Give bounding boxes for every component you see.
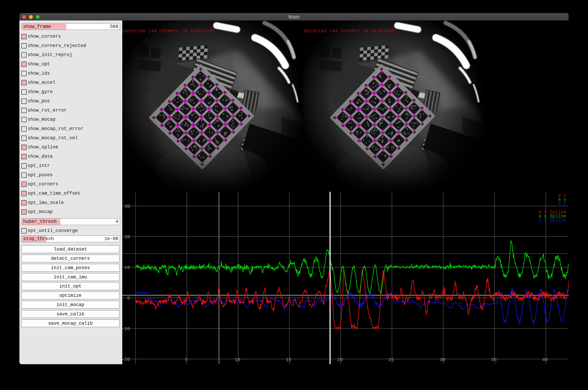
svg-text:5: 5 — [185, 357, 188, 362]
svg-text:15: 15 — [286, 357, 291, 362]
svg-text:20: 20 — [124, 235, 130, 240]
svg-text:a z: a z — [558, 201, 566, 206]
svg-text:35: 35 — [491, 357, 497, 362]
svg-text:Detected 144 corners (0 reject: Detected 144 corners (0 rejected) — [304, 29, 396, 34]
svg-text:30: 30 — [440, 357, 445, 362]
svg-text:20: 20 — [337, 357, 343, 362]
svg-text:25: 25 — [389, 357, 394, 362]
svg-text:40: 40 — [542, 357, 548, 362]
svg-text:30: 30 — [124, 204, 130, 209]
svg-text:0: 0 — [127, 296, 130, 301]
svg-text:Detected 144 corners (0 reject: Detected 144 corners (0 rejected) — [123, 29, 215, 34]
svg-text:-10: -10 — [122, 326, 130, 332]
svg-text:10: 10 — [124, 265, 130, 270]
svg-text:10: 10 — [235, 357, 240, 362]
svg-text:a z Spline: a z Spline — [539, 218, 566, 223]
svg-text:-20: -20 — [122, 357, 130, 362]
